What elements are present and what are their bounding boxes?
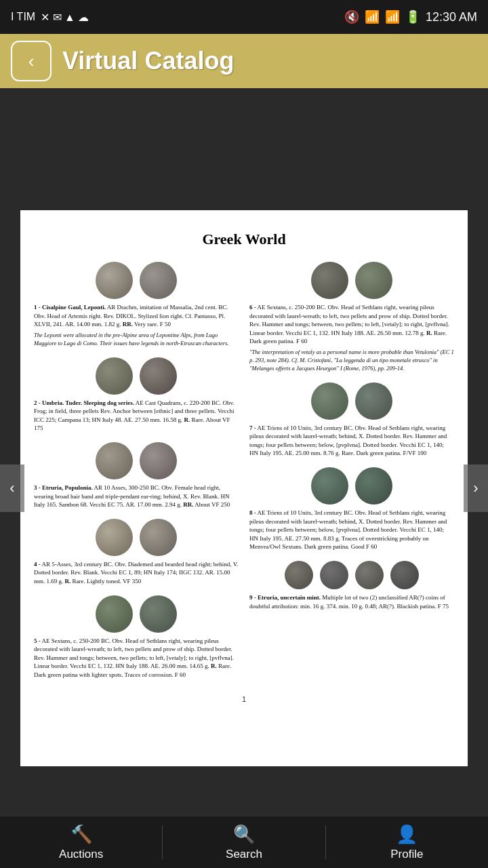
lot-1-note: The Leponti were allocated in the pre-Al… [34, 332, 239, 348]
lot-3-coins [34, 442, 239, 479]
lot-3-section: 3 - Etruria, Populonia. AR 10 Asses, 300… [34, 442, 239, 509]
lot-8-coin-reverse [355, 467, 392, 505]
status-right: 🔇 📶 📶 🔋 12:30 AM [344, 9, 477, 24]
catalog-page: Greek World 1 - Cisalpine Gaul, Leponti.… [20, 210, 468, 766]
lot-2-coin-reverse [140, 357, 177, 395]
nav-search[interactable]: 🔍 Search [163, 817, 325, 868]
header: ‹ Virtual Catalog [0, 34, 488, 88]
lot-7-coin-reverse [355, 382, 392, 420]
search-icon: 🔍 [233, 824, 255, 845]
lot-9-coin-1 [285, 561, 313, 589]
lot-8-coin-obverse [311, 467, 348, 505]
wifi-icon: 📶 [365, 9, 380, 24]
lot-8-text: 8 - AE Triens of 10 Units, 3rd century B… [249, 509, 454, 551]
status-left: I TIM ✕ ✉ ▲ ☁ [11, 11, 89, 24]
lot-6-coins [249, 262, 454, 299]
lot-5-text: 5 - AE Sextans, c. 250-200 BC. Obv. Head… [34, 637, 239, 679]
lot-8-coins [249, 467, 454, 505]
bottom-nav: 🔨 Auctions 🔍 Search 👤 Profile [0, 816, 488, 868]
lot-7-coin-obverse [311, 382, 348, 420]
lot-5-coins [34, 595, 239, 633]
catalog-content: 1 - Cisalpine Gaul, Leponti. AR Drachm, … [34, 262, 454, 688]
lot-6-coin-reverse [355, 262, 392, 299]
carrier-text: I TIM [11, 11, 35, 23]
lot-5-coin-obverse [96, 595, 133, 633]
lot-1-coin-reverse [140, 262, 177, 299]
lot-4-coin-reverse [140, 519, 177, 556]
lot-9-coin-3 [355, 561, 384, 589]
page-number: 1 [34, 695, 454, 703]
auctions-label: Auctions [59, 848, 103, 861]
mute-icon: 🔇 [344, 9, 359, 24]
left-column: 1 - Cisalpine Gaul, Leponti. AR Drachm, … [34, 262, 239, 688]
lot-4-coin-obverse [96, 519, 133, 556]
lot-5-coin-reverse [140, 595, 177, 633]
next-page-button[interactable]: › [464, 465, 488, 512]
lot-1-coins [34, 262, 239, 299]
signal-icon: 📶 [385, 9, 400, 24]
signal-icons: ✕ ✉ ▲ ☁ [41, 11, 89, 24]
nav-profile[interactable]: 👤 Profile [326, 817, 488, 868]
lot-2-text: 2 - Umbria. Tuder. Sleeping dog series. … [34, 399, 239, 433]
lot-6-note: "The interpretation of vetaly as a perso… [249, 349, 454, 373]
left-arrow-icon: ‹ [9, 479, 14, 497]
back-icon: ‹ [28, 51, 35, 72]
lot-4-section: 4 - AR 5-Asses, 3rd century BC. Obv. Dia… [34, 519, 239, 586]
profile-icon: 👤 [396, 824, 418, 845]
lot-1-section: 1 - Cisalpine Gaul, Leponti. AR Drachm, … [34, 262, 239, 348]
lot-9-coin-4 [390, 561, 419, 589]
lot-1-coin-obverse [96, 262, 133, 299]
lot-2-section: 2 - Umbria. Tuder. Sleeping dog series. … [34, 357, 239, 433]
search-label: Search [226, 848, 262, 861]
lot-9-coin-2 [320, 561, 348, 589]
lot-3-coin-obverse [96, 442, 133, 479]
auctions-icon: 🔨 [70, 824, 92, 845]
battery-icon: 🔋 [405, 9, 420, 24]
lot-9-text: 9 - Etruria, uncertain mint. Multiple lo… [249, 593, 454, 610]
right-column: 6 - AE Sextans, c. 250-200 BC. Obv. Head… [249, 262, 454, 688]
nav-auctions[interactable]: 🔨 Auctions [0, 817, 162, 868]
lot-6-text: 6 - AE Sextans, c. 250-200 BC. Obv. Head… [249, 303, 454, 346]
lot-7-coins [249, 382, 454, 420]
lot-1-text: 1 - Cisalpine Gaul, Leponti. AR Drachm, … [34, 303, 239, 329]
lot-2-coins [34, 357, 239, 395]
time-text: 12:30 AM [426, 10, 477, 24]
lot-5-section: 5 - AE Sextans, c. 250-200 BC. Obv. Head… [34, 595, 239, 679]
profile-label: Profile [390, 848, 423, 861]
header-title: Virtual Catalog [62, 47, 234, 75]
page-title: Greek World [34, 231, 454, 248]
lot-3-coin-reverse [140, 442, 177, 479]
lot-8-section: 8 - AE Triens of 10 Units, 3rd century B… [249, 467, 454, 551]
lot-6-section: 6 - AE Sextans, c. 250-200 BC. Obv. Head… [249, 262, 454, 373]
prev-page-button[interactable]: ‹ [0, 465, 24, 512]
lot-7-section: 7 - AE Triens of 10 Units, 3rd century B… [249, 382, 454, 458]
catalog-container: ‹ Greek World 1 - Cisalpine Gaul, Lepont… [0, 203, 488, 773]
lot-2-coin-obverse [96, 357, 133, 395]
lot-9-coins [249, 561, 454, 589]
dark-area [0, 88, 488, 203]
lot-7-text: 7 - AE Triens of 10 Units, 3rd century B… [249, 424, 454, 458]
lot-6-coin-obverse [311, 262, 348, 299]
back-button[interactable]: ‹ [11, 41, 52, 81]
lot-3-text: 3 - Etruria, Populonia. AR 10 Asses, 300… [34, 484, 239, 509]
lot-4-text: 4 - AR 5-Asses, 3rd century BC. Obv. Dia… [34, 560, 239, 586]
lot-4-coins [34, 519, 239, 556]
status-bar: I TIM ✕ ✉ ▲ ☁ 🔇 📶 📶 🔋 12:30 AM [0, 0, 488, 34]
right-arrow-icon: › [473, 479, 478, 497]
lot-9-section: 9 - Etruria, uncertain mint. Multiple lo… [249, 561, 454, 610]
